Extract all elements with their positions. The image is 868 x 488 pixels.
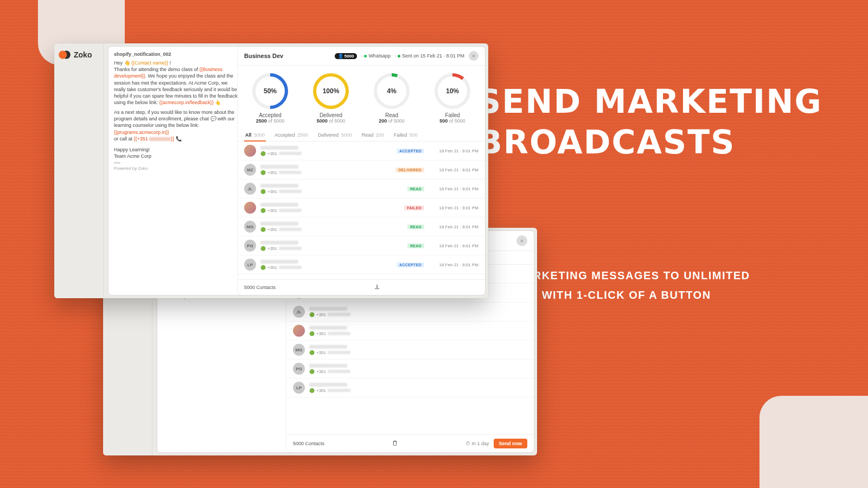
- headline-text: SEND MARKETING BROADCASTS: [477, 81, 825, 163]
- close-button[interactable]: ×: [469, 51, 478, 61]
- status-badge: READ: [407, 243, 424, 248]
- avatar: [244, 202, 256, 214]
- contact-name: 🟢+351: [260, 146, 392, 156]
- stat-delivered: 100%Delivered5000 of 5000: [313, 73, 349, 124]
- send-now-button[interactable]: Send now: [494, 439, 528, 448]
- contact-row[interactable]: LP🟢+351ACCEPTED18 Feb 21 · 8:01 PM: [238, 255, 485, 274]
- status-badge: FAILED: [404, 206, 424, 210]
- contact-name: 🟢+351: [260, 222, 403, 232]
- status-badge: READ: [407, 224, 424, 229]
- avatar: [293, 325, 305, 337]
- avatar: JL: [244, 183, 256, 195]
- contact-row[interactable]: 🟢+351: [286, 322, 534, 341]
- contact-name: 🟢+351: [260, 203, 400, 213]
- window-primary: Zoko shopify_notification_002 Hey 👋 {{Co…: [54, 43, 488, 298]
- delete-draft-icon[interactable]: [392, 440, 398, 447]
- avatar: PG: [244, 240, 256, 252]
- contact-row[interactable]: LP🟢+351: [286, 378, 534, 397]
- contacts-list: 🟢+351ACCEPTED18 Feb 21 · 8:01 PMMZ🟢+351D…: [238, 142, 485, 279]
- contact-row[interactable]: MZ🟢+351DELIVERED18 Feb 21 · 8:01 PM: [238, 160, 485, 179]
- contact-name: 🟢+351: [309, 326, 527, 336]
- broadcast-title: Business Dev: [244, 53, 283, 59]
- zoko-logo-icon: [59, 49, 71, 61]
- panel-footer: 5000 Contacts: [238, 279, 485, 295]
- status-tabs: All 5000Accepted 2500Delivered 5000Read …: [238, 128, 485, 142]
- template-name: shopify_notification_002: [114, 51, 239, 57]
- tab-accepted[interactable]: Accepted 2500: [273, 132, 309, 141]
- close-button[interactable]: ×: [516, 235, 527, 246]
- tab-all[interactable]: All 5000: [244, 132, 266, 141]
- status-badge: ACCEPTED: [397, 262, 424, 267]
- contact-name: 🟢+351: [309, 307, 527, 317]
- avatar: MG: [293, 344, 305, 356]
- schedule-label: ⏱ In 1 day: [465, 441, 489, 446]
- contact-row[interactable]: JL🟢+351: [286, 303, 534, 322]
- tab-read[interactable]: Read 200: [361, 132, 385, 141]
- row-timestamp: 18 Feb 21 · 8:01 PM: [429, 187, 478, 191]
- contact-name: 🟢+351: [309, 364, 527, 374]
- avatar: LP: [293, 382, 305, 394]
- contact-row[interactable]: JL🟢+351READ18 Feb 21 · 8:01 PM: [238, 179, 485, 198]
- tab-failed[interactable]: Failed 500: [393, 132, 419, 141]
- broadcast-panel-sent: Business Dev 👤5000 · Whatsapp · Sent on …: [238, 47, 485, 295]
- sidebar: Zoko: [54, 43, 104, 298]
- status-badge: ACCEPTED: [397, 149, 424, 153]
- sent-timestamp: · Sent on 15 Feb 21 · 8:01 PM: [395, 53, 464, 59]
- contacts-count: 5000 Contacts: [244, 285, 276, 290]
- recipient-count-pill: 👤5000: [335, 53, 358, 59]
- row-timestamp: 18 Feb 21 · 8:01 PM: [429, 149, 478, 153]
- row-timestamp: 18 Feb 21 · 8:01 PM: [429, 243, 478, 248]
- avatar: MG: [244, 221, 256, 233]
- status-badge: DELIVERED: [395, 168, 424, 172]
- contact-name: 🟢+351: [260, 260, 392, 270]
- row-timestamp: 18 Feb 21 · 8:01 PM: [429, 168, 478, 172]
- download-icon[interactable]: [374, 284, 380, 291]
- row-timestamp: 18 Feb 21 · 8:01 PM: [429, 206, 478, 210]
- row-timestamp: 18 Feb 21 · 8:01 PM: [429, 224, 478, 229]
- avatar: [244, 145, 256, 157]
- brand: Zoko: [54, 43, 103, 66]
- stat-read: 4%Read200 of 5000: [374, 73, 410, 124]
- panel-footer: 5000 Contacts ⏱ In 1 day Send now: [286, 434, 534, 452]
- avatar: JL: [293, 306, 305, 318]
- contact-row[interactable]: MG🟢+351READ18 Feb 21 · 8:01 PM: [238, 217, 485, 236]
- template-preview: shopify_notification_002 Hey 👋 {{Contact…: [108, 47, 244, 295]
- contact-row[interactable]: PG🟢+351READ18 Feb 21 · 8:01 PM: [238, 236, 485, 255]
- status-badge: READ: [407, 187, 424, 191]
- avatar: MZ: [244, 164, 256, 176]
- contact-name: 🟢+351: [260, 184, 403, 194]
- avatar: LP: [244, 259, 256, 271]
- delivery-stats: 50%Accepted2500 of 5000100%Delivered5000…: [238, 66, 485, 128]
- stat-failed: 10%Failed500 of 5000: [435, 73, 470, 124]
- contact-name: 🟢+351: [260, 165, 391, 175]
- brand-name: Zoko: [74, 50, 92, 59]
- contact-name: 🟢+351: [309, 345, 527, 355]
- contact-row[interactable]: PG🟢+351: [286, 359, 534, 378]
- avatar: PG: [293, 363, 305, 375]
- channel-label: · Whatsapp: [361, 53, 391, 59]
- decor-bottom-right: [760, 396, 868, 488]
- stat-accepted: 50%Accepted2500 of 5000: [252, 73, 288, 124]
- contact-row[interactable]: MG🟢+351: [286, 341, 534, 359]
- contact-row[interactable]: 🟢+351FAILED18 Feb 21 · 8:01 PM: [238, 198, 485, 217]
- contact-name: 🟢+351: [260, 241, 403, 251]
- row-timestamp: 18 Feb 21 · 8:01 PM: [429, 262, 478, 267]
- contacts-count: 5000 Contacts: [293, 441, 324, 446]
- tab-delivered[interactable]: Delivered 5000: [317, 132, 353, 141]
- contact-name: 🟢+351: [309, 383, 527, 393]
- contact-row[interactable]: 🟢+351ACCEPTED18 Feb 21 · 8:01 PM: [238, 142, 485, 160]
